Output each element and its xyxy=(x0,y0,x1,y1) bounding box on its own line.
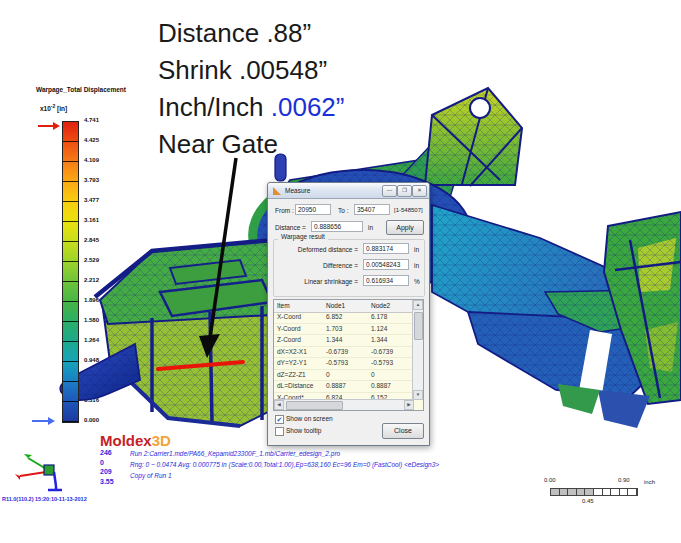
axis-triad-icon xyxy=(14,452,78,496)
close-button[interactable]: Close xyxy=(382,423,424,439)
ruler-unit: inch xyxy=(644,479,655,485)
ruler-bar xyxy=(550,488,638,496)
shrinkage-unit: % xyxy=(414,278,420,285)
ruler-end: 0.90 xyxy=(618,477,630,483)
col-node1: Node1 xyxy=(326,302,345,309)
scroll-left-icon[interactable]: ◀ xyxy=(274,400,284,410)
dialog-title: Measure xyxy=(285,187,310,194)
legend-min-arrow-icon xyxy=(32,417,55,425)
annotation-inch-value: .0062” xyxy=(271,92,345,122)
show-on-screen-checkbox[interactable]: ✔ xyxy=(275,415,284,424)
annotation-shrink: Shrink .00548” xyxy=(158,55,327,86)
vscroll-thumb[interactable] xyxy=(414,312,423,340)
annotation-near-gate: Near Gate xyxy=(158,129,278,160)
deformed-input[interactable] xyxy=(363,243,409,254)
node-range-label: [1-548507] xyxy=(394,207,423,213)
from-input[interactable] xyxy=(295,204,331,215)
show-tooltip-checkbox[interactable] xyxy=(275,427,284,436)
difference-input[interactable] xyxy=(363,259,409,270)
table-body[interactable]: X-Coord6.8526.178 Y-Coord1.7031.124 Z-Co… xyxy=(274,312,414,400)
stat-value: 209 xyxy=(100,468,112,475)
col-item: Item xyxy=(277,302,290,309)
deformed-label: Deformed distance = xyxy=(268,246,358,253)
run-note-line: Copy of Run 1 xyxy=(130,472,172,479)
scroll-down-icon[interactable]: ▼ xyxy=(413,390,423,400)
distance-input[interactable] xyxy=(311,221,363,232)
difference-label: Difference = xyxy=(268,262,358,269)
maximize-button[interactable]: ❐ xyxy=(397,185,412,197)
table-row[interactable]: X-Coord6.8526.178 xyxy=(274,312,414,324)
from-label: From : xyxy=(275,207,294,214)
annotation-inch-label: Inch/Inch xyxy=(158,92,271,122)
distance-label: Distance = xyxy=(275,224,306,231)
dialog-titlebar[interactable]: Measure — ❐ ✕ xyxy=(268,183,429,199)
model-bracket xyxy=(425,88,522,186)
node-result-table: Item Node1 Node2 X-Coord6.8526.178 Y-Coo… xyxy=(273,299,424,411)
show-tooltip-label: Show tooltip xyxy=(286,427,321,434)
shrinkage-label: Linear shrinkage = xyxy=(268,278,358,285)
hscroll-thumb[interactable] xyxy=(286,401,343,410)
range-info-line: Rng: 0 ~ 0.0474 Avg: 0.000775 in (Scale:… xyxy=(130,461,439,468)
table-row[interactable]: dX=X2-X1-0.6739-0.6739 xyxy=(274,347,414,359)
col-node2: Node2 xyxy=(371,302,390,309)
close-icon[interactable]: ✕ xyxy=(412,185,427,197)
to-label: To : xyxy=(338,207,348,214)
distance-unit: in xyxy=(368,224,373,231)
table-row[interactable]: dL=Distance0.88870.8887 xyxy=(274,381,414,393)
legend-colorbar xyxy=(62,121,79,423)
version-timestamp: R11.0(110.2) 15:20:10-11-13-2012 xyxy=(2,496,87,502)
vertical-scrollbar[interactable]: ▲ ▼ xyxy=(412,300,423,400)
difference-unit: in xyxy=(414,262,419,269)
table-row[interactable]: dY=Y2-Y1-0.5793-0.5793 xyxy=(274,358,414,370)
bracket-hole xyxy=(470,98,490,118)
stat-value: 3.55 xyxy=(100,478,114,485)
measure-dialog-icon xyxy=(273,187,281,195)
legend-units: x10-2 [in] xyxy=(40,103,67,112)
annotation-inch: Inch/Inch .0062” xyxy=(158,92,344,123)
minimize-button[interactable]: — xyxy=(382,185,397,197)
moldex3d-viewport: { "annotations": { "distance": "Distance… xyxy=(0,0,681,543)
moldex3d-logo: Moldex3D xyxy=(100,432,171,449)
ruler-mid: 0.45 xyxy=(582,498,594,504)
warpage-result-title: Warpage result xyxy=(278,233,328,240)
legend-max-arrow-icon xyxy=(38,122,60,130)
ruler-start: 0.00 xyxy=(544,477,556,483)
legend-title: Warpage_Total Displacement xyxy=(36,86,126,93)
stat-value: 246 xyxy=(100,449,112,456)
shrinkage-input[interactable] xyxy=(363,275,409,286)
apply-button[interactable]: Apply xyxy=(386,220,424,235)
scale-ruler: 0.00 0.90 inch 0.45 xyxy=(544,477,674,507)
table-row[interactable]: Y-Coord1.7031.124 xyxy=(274,324,414,336)
stat-value: 0 xyxy=(100,459,104,466)
annotation-distance: Distance .88” xyxy=(158,18,311,49)
run-info-line: Run 2:Carrier1.mde/PA66_Kepamid23300F_1.… xyxy=(130,450,340,457)
scroll-up-icon[interactable]: ▲ xyxy=(413,300,423,310)
measure-dialog: Measure — ❐ ✕ From : To : [1-548507] Dis… xyxy=(267,182,430,446)
deformed-unit: in xyxy=(414,246,419,253)
to-input[interactable] xyxy=(354,204,390,215)
show-on-screen-label: Show on screen xyxy=(286,415,333,422)
table-row[interactable]: dZ=Z2-Z100 xyxy=(274,370,414,382)
scroll-right-icon[interactable]: ▶ xyxy=(404,400,414,410)
table-row[interactable]: Z-Coord1.3441.344 xyxy=(274,335,414,347)
horizontal-scrollbar[interactable]: ◀ ▶ xyxy=(274,399,414,410)
